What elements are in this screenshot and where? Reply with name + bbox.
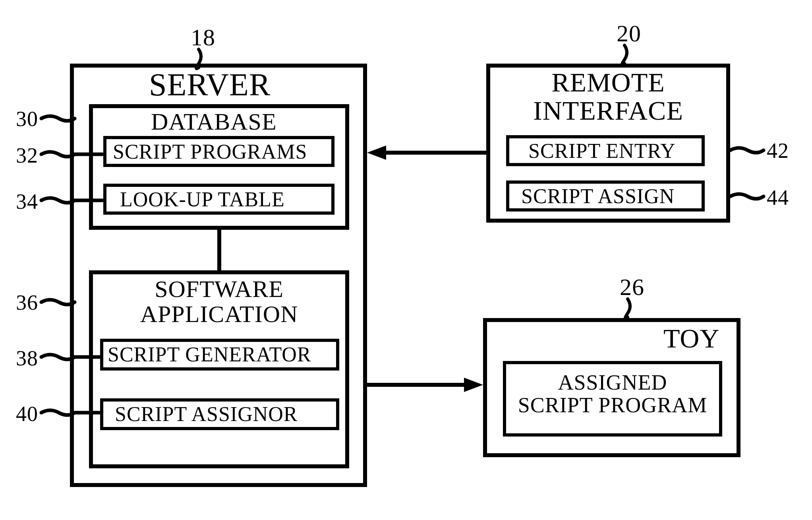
ref-44: 44 <box>767 185 789 210</box>
script-assign-title: SCRIPT ASSIGN <box>521 184 675 208</box>
remote-interface-text: REMOTE INTERFACE <box>533 67 683 126</box>
ref-34: 34 <box>16 189 38 214</box>
lookup-table-title: LOOK-UP TABLE <box>120 188 285 211</box>
script-entry-title: SCRIPT ENTRY <box>528 139 676 163</box>
ref-32: 32 <box>16 143 38 168</box>
ref-30: 30 <box>16 107 38 131</box>
ref-36: 36 <box>16 290 38 315</box>
remote-interface-title: REMOTE INTERFACE <box>486 68 730 125</box>
toy-title: TOY <box>663 323 720 354</box>
software-app-line1: SOFTWARE APPLICATION <box>140 276 298 327</box>
ref-40: 40 <box>16 402 38 426</box>
ref-18: 18 <box>191 24 215 51</box>
ref-38: 38 <box>16 346 38 371</box>
script-assignor-title: SCRIPT ASSIGNOR <box>115 402 298 426</box>
ref-26: 26 <box>620 274 644 301</box>
script-generator-title: SCRIPT GENERATOR <box>108 343 311 366</box>
server-title: SERVER <box>149 67 271 103</box>
script-programs-title: SCRIPT PROGRAMS <box>113 140 307 163</box>
ref-42: 42 <box>767 138 789 163</box>
database-title: DATABASE <box>151 108 277 136</box>
svg-marker-4 <box>464 378 483 392</box>
assigned-script-text: ASSIGNED SCRIPT PROGRAM <box>518 371 708 417</box>
ref-20: 20 <box>617 20 641 47</box>
svg-marker-2 <box>367 146 386 160</box>
assigned-script-title: ASSIGNED SCRIPT PROGRAM <box>503 371 722 416</box>
software-application-title: SOFTWARE APPLICATION <box>89 277 349 327</box>
